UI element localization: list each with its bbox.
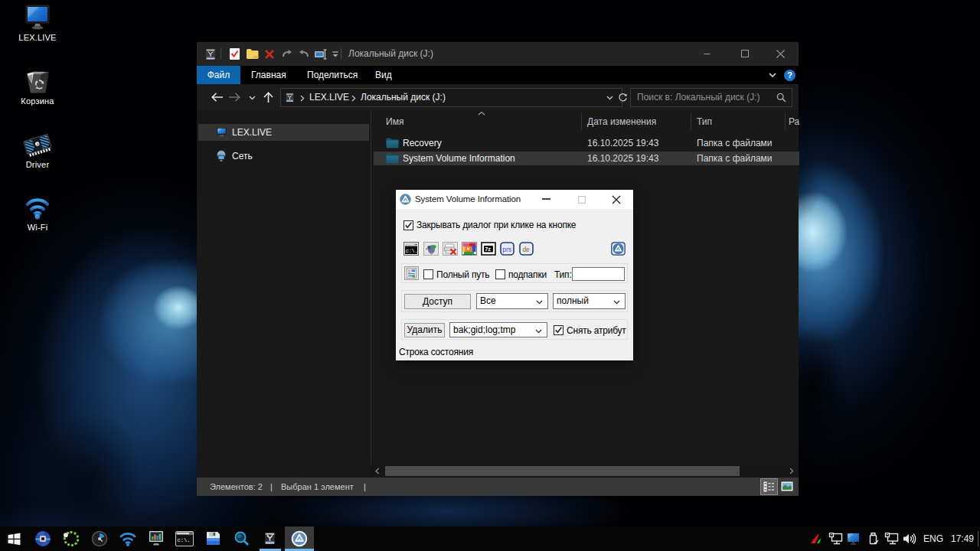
svg-text:prs: prs bbox=[502, 246, 511, 253]
svg-text:7z: 7z bbox=[485, 246, 491, 253]
svg-text:c:\.: c:\. bbox=[406, 249, 418, 254]
svg-text:c:\.: c:\. bbox=[178, 537, 191, 543]
svg-text:de: de bbox=[522, 246, 530, 253]
